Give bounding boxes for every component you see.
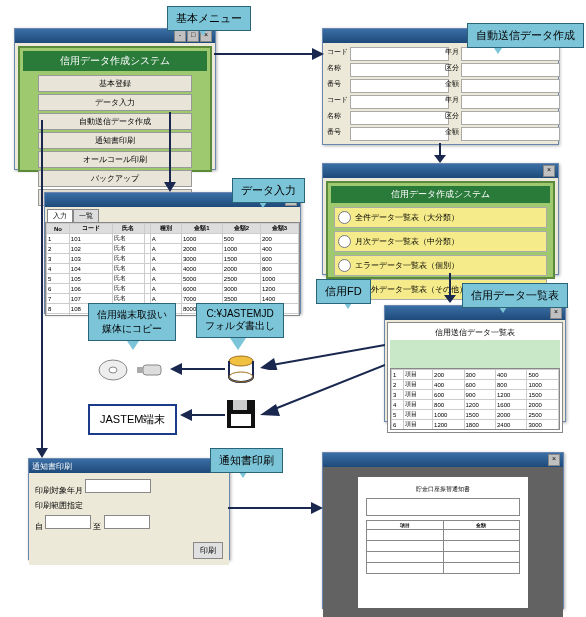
label: 印刷範囲指定 [35, 501, 83, 510]
radio-option[interactable]: 全件データ一覧表（大分類） [334, 207, 547, 228]
radio-select-window: × 信用データ作成システム 全件データ一覧表（大分類）月次データ一覧表（中分類）… [322, 163, 559, 275]
callout-auto-send: 自動送信データ作成 [467, 23, 584, 48]
svg-rect-8 [231, 414, 251, 426]
svg-marker-26 [36, 448, 48, 458]
table-row[interactable]: 3103氏名A30001500600 [47, 254, 299, 264]
flow-arrow [160, 112, 180, 192]
system-title: 信用データ作成システム [23, 51, 207, 71]
svg-marker-12 [434, 155, 446, 163]
callout-credit-list: 信用データ一覧表 [462, 283, 568, 308]
svg-rect-7 [233, 400, 247, 410]
table-row: 4項目800120016002000 [392, 400, 559, 410]
table-row: 1項目200300400500 [392, 370, 559, 380]
jastem-terminal-label: JASTEM端末 [88, 404, 177, 435]
data-input-window: × 入力一覧 Noコード氏名種別金額1金額2金額31101氏名A10005002… [44, 192, 301, 314]
form-input[interactable] [350, 63, 449, 77]
close-btn[interactable]: × [550, 307, 562, 319]
titlebar: × [323, 164, 558, 178]
svg-point-1 [109, 367, 117, 373]
system-title: 信用データ作成システム [331, 186, 550, 203]
credit-list-window: × 信用送信データ一覧表 1項目2003004005002項目400600800… [384, 305, 566, 422]
form-input[interactable] [461, 95, 560, 109]
data-grid[interactable]: Noコード氏名種別金額1金額2金額31101氏名A10005002002102氏… [45, 222, 300, 316]
report-header-band [390, 340, 560, 368]
form-input[interactable] [350, 111, 449, 125]
form-input[interactable] [461, 127, 560, 141]
form-input[interactable] [350, 47, 449, 61]
flow-arrow [260, 360, 385, 420]
flow-arrow [180, 408, 225, 423]
doc-preview-window: × 貯金口座振替通知書 項目金額 [322, 452, 564, 609]
table-row: 7項目1400210028003500 [392, 430, 559, 431]
print-button[interactable]: 印刷 [193, 542, 223, 559]
svg-point-4 [229, 356, 253, 366]
print-dialog-window: 通知書印刷× 印刷対象年月 印刷範囲指定 自 至 印刷 [28, 458, 230, 560]
table-row[interactable]: 7107氏名A700035001400 [47, 294, 299, 304]
doc-title: 貯金口座振替通知書 [366, 485, 520, 494]
form-input[interactable] [461, 63, 560, 77]
database-icon [225, 355, 260, 385]
svg-marker-22 [170, 363, 182, 375]
table-row[interactable]: 4104氏名A40002000800 [47, 264, 299, 274]
svg-line-19 [272, 365, 385, 410]
tab[interactable]: 一覧 [73, 209, 99, 222]
form-input[interactable] [461, 79, 560, 93]
form-grid: コード年月名称区分番号金額コード年月名称区分番号金額 [323, 43, 558, 145]
form-input[interactable] [350, 127, 449, 141]
table-row[interactable]: 2102氏名A20001000400 [47, 244, 299, 254]
titlebar: 通知書印刷× [29, 459, 229, 473]
titlebar: × [385, 306, 565, 320]
flow-arrow [32, 120, 52, 458]
callout-credit-fd: 信用FD [316, 279, 371, 304]
svg-point-5 [229, 372, 253, 382]
svg-marker-10 [312, 48, 324, 60]
table-row: 3項目60090012001500 [392, 390, 559, 400]
callout-tail [230, 338, 246, 350]
table-row: 5項目1000150020002500 [392, 410, 559, 420]
svg-marker-14 [164, 182, 176, 192]
floppy-icon [225, 398, 259, 432]
svg-rect-2 [143, 365, 161, 375]
svg-marker-24 [180, 409, 192, 421]
form-input[interactable] [350, 95, 449, 109]
table-row[interactable]: 5105氏名A500025001000 [47, 274, 299, 284]
year-month-input[interactable] [85, 479, 151, 493]
svg-marker-16 [444, 295, 456, 303]
flow-arrow [214, 42, 324, 72]
close-btn[interactable]: × [548, 454, 560, 466]
titlebar: × [323, 453, 563, 467]
cd-icon [95, 355, 135, 385]
report-title: 信用送信データ一覧表 [392, 327, 558, 338]
menu-item[interactable]: データ入力 [38, 94, 191, 111]
table-row: 6項目1200180024003000 [392, 420, 559, 430]
to-input[interactable] [104, 515, 150, 529]
svg-rect-3 [137, 367, 143, 373]
flow-arrow [440, 273, 460, 303]
flow-arrow [228, 498, 323, 518]
svg-marker-28 [311, 502, 323, 514]
form-input[interactable] [461, 47, 560, 61]
form-input[interactable] [350, 79, 449, 93]
callout-folder-out: C:¥JASTEMJD フォルダ書出し [196, 303, 284, 338]
menu-item[interactable]: 基本登録 [38, 75, 191, 92]
form-input[interactable] [461, 111, 560, 125]
flow-arrow [430, 143, 450, 163]
table-row[interactable]: 1101氏名A1000500200 [47, 234, 299, 244]
callout-notice-print: 通知書印刷 [210, 448, 283, 473]
callout-copy-media: 信用端末取扱い 媒体にコピー [88, 303, 176, 341]
label: 印刷対象年月 [35, 486, 83, 495]
radio-option[interactable]: 月次データ一覧表（中分類） [334, 231, 547, 252]
table-row: 2項目4006008001000 [392, 380, 559, 390]
svg-marker-20 [260, 404, 280, 416]
from-input[interactable] [45, 515, 91, 529]
table-row[interactable]: 6106氏名A600030001200 [47, 284, 299, 294]
close-btn[interactable]: × [543, 165, 555, 177]
titlebar: -□× [15, 29, 215, 43]
min-btn[interactable]: - [174, 30, 186, 42]
callout-basic-menu: 基本メニュー [167, 6, 251, 31]
callout-data-input: データ入力 [232, 178, 305, 203]
usb-icon [135, 355, 170, 385]
flow-arrow [170, 362, 225, 377]
